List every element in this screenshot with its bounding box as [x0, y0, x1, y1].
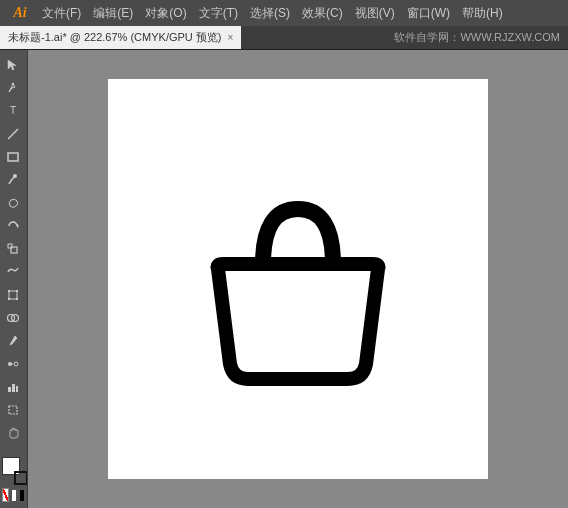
menu-text[interactable]: 文字(T) [193, 0, 244, 26]
ai-logo: Ai [4, 0, 36, 26]
tool-row-eraser [0, 192, 27, 214]
main-area: + T T [0, 50, 568, 508]
menu-file[interactable]: 文件(F) [36, 0, 87, 26]
blend-tool[interactable] [2, 353, 24, 375]
left-toolbar: + T T [0, 50, 28, 508]
svg-point-0 [12, 83, 14, 85]
menu-edit[interactable]: 编辑(E) [87, 0, 139, 26]
tab-close-button[interactable]: × [228, 32, 234, 43]
active-tab[interactable]: 未标题-1.ai* @ 222.67% (CMYK/GPU 预览) × [0, 26, 241, 49]
artboard [108, 79, 488, 479]
pen-tool[interactable] [2, 77, 24, 99]
artboard-tool[interactable] [2, 399, 24, 421]
hand-tool[interactable] [2, 422, 24, 444]
svg-point-7 [13, 174, 17, 178]
menu-help[interactable]: 帮助(H) [456, 0, 509, 26]
tab-label: 未标题-1.ai* @ 222.67% (CMYK/GPU 预览) [8, 30, 222, 45]
shape-builder-tool[interactable] [2, 307, 24, 329]
tool-row-hand [0, 422, 27, 444]
white-swatch[interactable] [11, 489, 17, 502]
tool-row-warp [0, 261, 27, 283]
scale-tool[interactable] [2, 238, 24, 260]
paintbrush-tool[interactable] [2, 169, 24, 191]
tool-row-shapebuilder [0, 307, 27, 329]
svg-rect-34 [16, 386, 18, 392]
svg-line-4 [8, 129, 18, 139]
tool-row-pen: + [0, 77, 27, 99]
tool-row-scale [0, 238, 27, 260]
menu-view[interactable]: 视图(V) [349, 0, 401, 26]
type-tool[interactable]: T [2, 100, 24, 122]
black-swatch[interactable] [19, 489, 25, 502]
blob-brush-tool[interactable] [2, 192, 24, 214]
svg-rect-15 [9, 291, 17, 299]
stroke-swatch[interactable] [14, 471, 28, 485]
svg-rect-5 [8, 153, 18, 161]
svg-rect-32 [8, 387, 11, 392]
svg-rect-38 [9, 406, 17, 414]
svg-rect-19 [16, 298, 18, 300]
tool-row-eyedropper [0, 330, 27, 352]
type-icon: T [10, 106, 16, 116]
svg-marker-10 [17, 224, 19, 228]
menu-bar: 文件(F) 编辑(E) 对象(O) 文字(T) 选择(S) 效果(C) 视图(V… [36, 0, 564, 26]
menu-effect[interactable]: 效果(C) [296, 0, 349, 26]
column-graph-tool[interactable] [2, 376, 24, 398]
stroke-fill-group [2, 457, 28, 485]
color-area [0, 453, 27, 504]
tool-row-blend [0, 353, 27, 375]
eyedropper-tool[interactable] [2, 330, 24, 352]
tab-bar: 未标题-1.ai* @ 222.67% (CMYK/GPU 预览) × 软件自学… [0, 26, 568, 50]
tool-row-brush [0, 169, 27, 191]
selection-tool[interactable] [2, 54, 24, 76]
free-transform-tool[interactable] [2, 284, 24, 306]
warp-tool[interactable] [2, 261, 24, 283]
menu-object[interactable]: 对象(O) [139, 0, 192, 26]
tool-row-rect [0, 146, 27, 168]
svg-rect-16 [8, 290, 10, 292]
tool-row-rotate [0, 215, 27, 237]
color-extras [2, 488, 25, 502]
none-color-icon[interactable] [2, 488, 9, 502]
svg-rect-17 [16, 290, 18, 292]
menu-select[interactable]: 选择(S) [244, 0, 296, 26]
tool-row-graph [0, 376, 27, 398]
line-tool[interactable] [2, 123, 24, 145]
tool-row-selection [0, 54, 27, 76]
tool-row-freetransform [0, 284, 27, 306]
canvas-area [28, 50, 568, 508]
svg-rect-33 [12, 384, 15, 392]
tab-right-label: 软件自学网：WWW.RJZXW.COM [394, 30, 568, 45]
svg-rect-18 [8, 298, 10, 300]
svg-point-27 [14, 362, 18, 366]
tool-row-artboard [0, 399, 27, 421]
tool-row-type: T T [0, 100, 27, 122]
rotate-tool[interactable] [2, 215, 24, 237]
title-bar: Ai 文件(F) 编辑(E) 对象(O) 文字(T) 选择(S) 效果(C) 视… [0, 0, 568, 26]
svg-point-26 [8, 362, 12, 366]
bag-illustration [188, 164, 408, 394]
rectangle-tool[interactable] [2, 146, 24, 168]
tool-row-line [0, 123, 27, 145]
menu-window[interactable]: 窗口(W) [401, 0, 456, 26]
